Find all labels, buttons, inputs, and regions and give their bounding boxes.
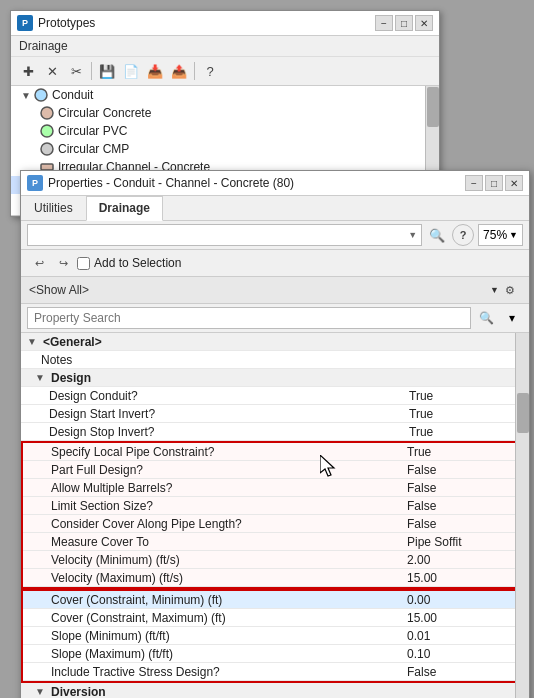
tractive-stress-value: False bbox=[403, 664, 523, 680]
add-to-selection-label: Add to Selection bbox=[94, 256, 181, 270]
tree-expander-conduit[interactable]: ▼ bbox=[19, 88, 33, 102]
diversion-header-label: Diversion bbox=[49, 684, 525, 699]
element-dropdown[interactable]: ▼ bbox=[27, 224, 422, 246]
specify-local-pipe-value: True bbox=[403, 444, 523, 460]
row-slope-max[interactable]: Slope (Maximum) (ft/ft) 0.10 bbox=[23, 645, 527, 663]
slope-max-label: Slope (Maximum) (ft/ft) bbox=[27, 646, 403, 662]
proto-scroll-thumb[interactable] bbox=[427, 87, 439, 127]
tree-item-conduit[interactable]: ▼ Conduit bbox=[11, 86, 439, 104]
row-tractive-stress[interactable]: Include Tractive Stress Design? False bbox=[23, 663, 527, 681]
props-minimize-button[interactable]: − bbox=[465, 175, 483, 191]
add-to-selection-checkbox[interactable] bbox=[77, 257, 90, 270]
row-limit-section-size[interactable]: Limit Section Size? False bbox=[23, 497, 527, 515]
section-design[interactable]: ▼ Design bbox=[21, 369, 529, 387]
row-slope-min[interactable]: Slope (Minimum) (ft/ft) 0.01 bbox=[23, 627, 527, 645]
close-button[interactable]: ✕ bbox=[415, 15, 433, 31]
show-all-arrow-icon: ▼ bbox=[490, 285, 499, 295]
row-design-start-invert[interactable]: Design Start Invert? True bbox=[21, 405, 529, 423]
cover-max-value: 15.00 bbox=[403, 610, 523, 626]
row-consider-cover[interactable]: Consider Cover Along Pipe Length? False bbox=[23, 515, 527, 533]
expand-design-icon[interactable]: ▼ bbox=[33, 371, 47, 385]
prototypes-title: Prototypes bbox=[38, 16, 95, 30]
design-stop-invert-value: True bbox=[405, 424, 525, 440]
conduit-icon bbox=[33, 87, 49, 103]
row-cover-min[interactable]: Cover (Constraint, Minimum) (ft) 0.00 bbox=[23, 591, 527, 609]
nav-back-button[interactable]: ↩ bbox=[29, 253, 49, 273]
row-velocity-max[interactable]: Velocity (Maximum) (ft/s) 15.00 bbox=[23, 569, 527, 587]
tab-utilities[interactable]: Utilities bbox=[21, 196, 86, 220]
search-options-button[interactable]: ▾ bbox=[501, 307, 523, 329]
toolbar-save-btn[interactable]: 💾 bbox=[96, 60, 118, 82]
general-header-label: <General> bbox=[41, 334, 525, 350]
row-measure-cover-to[interactable]: Measure Cover To Pipe Soffit bbox=[23, 533, 527, 551]
chevron-down-icon: ▼ bbox=[408, 230, 417, 240]
maximize-button[interactable]: □ bbox=[395, 15, 413, 31]
limit-section-size-value: False bbox=[403, 498, 523, 514]
notes-value bbox=[405, 359, 525, 361]
row-design-stop-invert[interactable]: Design Stop Invert? True bbox=[21, 423, 529, 441]
toolbar-import-btn[interactable]: 📥 bbox=[144, 60, 166, 82]
svg-point-2 bbox=[41, 125, 53, 137]
props-scrollbar[interactable] bbox=[515, 333, 529, 698]
toolbar-new-btn[interactable]: ✚ bbox=[17, 60, 39, 82]
prototypes-titlebar: P Prototypes − □ ✕ bbox=[11, 11, 439, 36]
toolbar-sep2 bbox=[194, 62, 195, 80]
design-start-invert-value: True bbox=[405, 406, 525, 422]
consider-cover-label: Consider Cover Along Pipe Length? bbox=[27, 516, 403, 532]
toolbar-delete-btn[interactable]: ✕ bbox=[41, 60, 63, 82]
tree-item-circular-cmp[interactable]: Circular CMP bbox=[11, 140, 439, 158]
show-all-dropdown[interactable]: <Show All> ▼ bbox=[29, 283, 499, 297]
toolbar-help-btn[interactable]: ? bbox=[199, 60, 221, 82]
velocity-min-value: 2.00 bbox=[403, 552, 523, 568]
tree-item-circular-concrete[interactable]: Circular Concrete bbox=[11, 104, 439, 122]
cover-max-label: Cover (Constraint, Maximum) (ft) bbox=[27, 610, 403, 626]
toolbar-cut-btn[interactable]: ✂ bbox=[65, 60, 87, 82]
expand-diversion-icon[interactable]: ▼ bbox=[33, 685, 47, 699]
notes-label: Notes bbox=[25, 352, 405, 368]
help-icon[interactable]: ? bbox=[452, 224, 474, 246]
toolbar-export-btn[interactable]: 📤 bbox=[168, 60, 190, 82]
design-conduit-label: Design Conduit? bbox=[25, 388, 405, 404]
search-zoom-icon[interactable]: 🔍 bbox=[426, 224, 448, 246]
row-notes[interactable]: Notes bbox=[21, 351, 529, 369]
section-general[interactable]: ▼ <General> bbox=[21, 333, 529, 351]
expand-general-icon[interactable]: ▼ bbox=[25, 335, 39, 349]
design-conduit-value: True bbox=[405, 388, 525, 404]
property-search-input[interactable] bbox=[27, 307, 471, 329]
row-cover-max[interactable]: Cover (Constraint, Maximum) (ft) 15.00 bbox=[23, 609, 527, 627]
nav-forward-button[interactable]: ↪ bbox=[53, 253, 73, 273]
minimize-button[interactable]: − bbox=[375, 15, 393, 31]
props-toolbar: ▼ 🔍 ? 75% ▼ bbox=[21, 221, 529, 250]
show-all-bar: <Show All> ▼ ⚙ bbox=[21, 277, 529, 304]
tree-label-circular-concrete: Circular Concrete bbox=[58, 106, 151, 120]
properties-grid[interactable]: ▼ <General> Notes ▼ Design Design Condui… bbox=[21, 333, 529, 698]
row-allow-multiple-barrels[interactable]: Allow Multiple Barrels? False bbox=[23, 479, 527, 497]
row-velocity-min[interactable]: Velocity (Minimum) (ft/s) 2.00 bbox=[23, 551, 527, 569]
slope-max-value: 0.10 bbox=[403, 646, 523, 662]
red-border-group-2: Cover (Constraint, Minimum) (ft) 0.00 Co… bbox=[21, 589, 529, 683]
row-part-full-design[interactable]: Part Full Design? False bbox=[23, 461, 527, 479]
toolbar-open-btn[interactable]: 📄 bbox=[120, 60, 142, 82]
section-diversion[interactable]: ▼ Diversion bbox=[21, 683, 529, 698]
row-specify-local-pipe[interactable]: Specify Local Pipe Constraint? True bbox=[23, 443, 527, 461]
specify-local-pipe-label: Specify Local Pipe Constraint? bbox=[27, 444, 403, 460]
search-bar: 🔍 ▾ bbox=[21, 304, 529, 333]
design-start-invert-label: Design Start Invert? bbox=[25, 406, 405, 422]
show-all-settings-icon[interactable]: ⚙ bbox=[499, 279, 521, 301]
zoom-dropdown[interactable]: 75% ▼ bbox=[478, 224, 523, 246]
circular-cmp-icon bbox=[39, 141, 55, 157]
props-close-button[interactable]: ✕ bbox=[505, 175, 523, 191]
props-tabs: Utilities Drainage bbox=[21, 196, 529, 221]
row-design-conduit[interactable]: Design Conduit? True bbox=[21, 387, 529, 405]
props-maximize-button[interactable]: □ bbox=[485, 175, 503, 191]
cover-min-value: 0.00 bbox=[403, 592, 523, 608]
zoom-arrow-icon: ▼ bbox=[509, 230, 518, 240]
tab-drainage[interactable]: Drainage bbox=[86, 196, 163, 221]
props-scroll-thumb[interactable] bbox=[517, 393, 529, 433]
part-full-design-label: Part Full Design? bbox=[27, 462, 403, 478]
tree-label-circular-pvc: Circular PVC bbox=[58, 124, 127, 138]
tractive-stress-label: Include Tractive Stress Design? bbox=[27, 664, 403, 680]
search-button[interactable]: 🔍 bbox=[475, 307, 497, 329]
velocity-max-value: 15.00 bbox=[403, 570, 523, 586]
tree-item-circular-pvc[interactable]: Circular PVC bbox=[11, 122, 439, 140]
